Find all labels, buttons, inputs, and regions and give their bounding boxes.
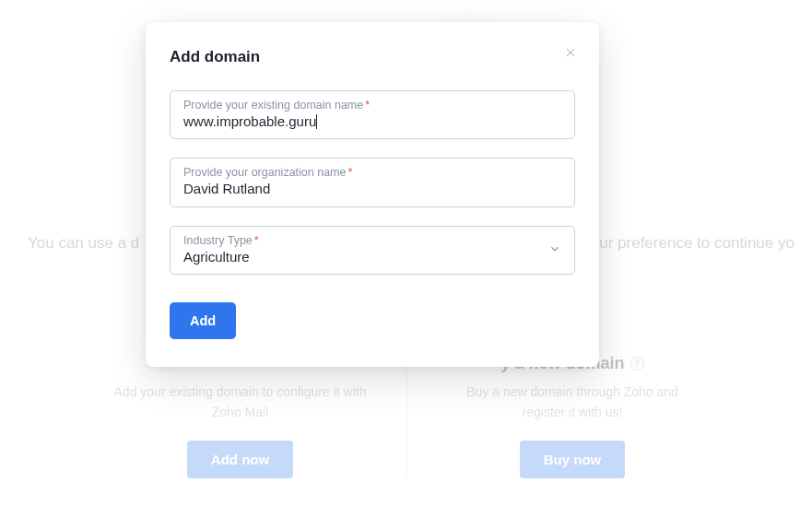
domain-name-label: Provide your existing domain name* [183, 99, 370, 112]
industry-type-select[interactable]: Agriculture [183, 249, 561, 265]
close-icon [564, 48, 577, 62]
close-button[interactable] [559, 42, 581, 65]
industry-type-label: Industry Type* [183, 234, 259, 247]
industry-type-field[interactable]: Industry Type* Agriculture [170, 226, 575, 275]
domain-name-label-text: Provide your existing domain name [183, 99, 363, 112]
organization-name-input[interactable] [183, 181, 561, 196]
domain-name-input[interactable]: www.improbable.guru [183, 113, 316, 129]
add-button[interactable]: Add [170, 302, 236, 339]
organization-name-label-text: Provide your organization name [183, 166, 347, 179]
add-domain-modal: Add domain Provide your existing domain … [146, 22, 599, 367]
industry-type-label-text: Industry Type [183, 234, 253, 247]
required-marker: * [365, 99, 370, 112]
text-cursor [316, 114, 317, 129]
required-marker: * [254, 234, 259, 247]
organization-name-field[interactable]: Provide your organization name* [170, 158, 575, 207]
modal-title: Add domain [170, 48, 575, 66]
organization-name-label: Provide your organization name* [183, 166, 352, 179]
domain-name-field[interactable]: Provide your existing domain name* www.i… [170, 90, 575, 139]
chevron-down-icon [548, 242, 561, 259]
required-marker: * [348, 166, 353, 179]
